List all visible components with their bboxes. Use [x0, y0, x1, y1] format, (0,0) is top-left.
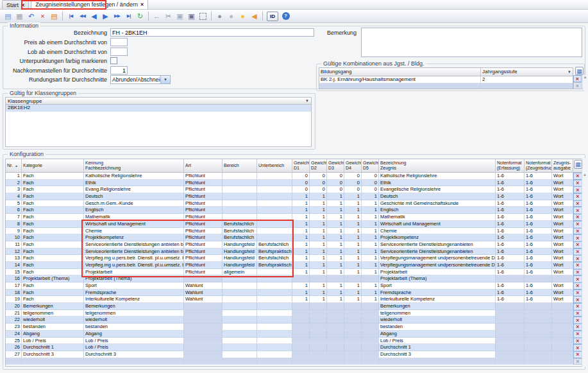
cell-unterbereich[interactable]	[257, 296, 292, 303]
cell-unterbereich[interactable]	[257, 207, 292, 214]
cell-art[interactable]: Pflichtunt	[184, 221, 223, 228]
cell-unterbereich[interactable]: Berufsfachlich	[257, 241, 292, 248]
cell-d4[interactable]: 1	[344, 255, 362, 262]
first-record-icon[interactable]: |◀	[65, 11, 76, 21]
cell-d1[interactable]: 1	[292, 234, 310, 241]
cell-d1[interactable]: 1	[292, 193, 310, 200]
cell-kategorie[interactable]: bestanden	[22, 324, 84, 331]
cell-art[interactable]: Pflichtunt	[184, 262, 223, 269]
cell-art[interactable]: Pflichtunt	[184, 180, 223, 187]
cell-ausgabe[interactable]: Wort	[552, 241, 573, 248]
lob-input[interactable]	[110, 48, 128, 56]
cell-bezeichnung[interactable]: wiederholt	[379, 317, 496, 324]
table-row[interactable]: 27Durchschnitt 3Durchschnitt 3Durchschni…	[6, 351, 587, 358]
cell-bezeichnung[interactable]: Mathematik	[379, 214, 496, 221]
cell-kategorie[interactable]: Fach	[22, 214, 84, 221]
cell-kennung[interactable]: Gesch.m.Gem.-Kunde	[84, 200, 184, 207]
cell-d4[interactable]: 1	[344, 207, 362, 214]
cell-d1[interactable]	[292, 344, 310, 351]
cell-bereich[interactable]	[223, 331, 257, 338]
cell-d1[interactable]: 1	[292, 228, 310, 235]
cell-nr[interactable]: 17	[6, 282, 22, 290]
cell-kennung[interactable]: Evang.Religionslehre	[84, 186, 184, 193]
cell-ausgabe[interactable]: Wort	[552, 282, 573, 290]
cell-nr[interactable]: 20	[6, 303, 22, 310]
bemerkung-textarea[interactable]	[361, 28, 582, 57]
cell-nf-zeugnisdruck[interactable]	[525, 344, 552, 351]
cell-kennung[interactable]: Abgang	[84, 331, 184, 338]
cell-kennung[interactable]: Chemie	[84, 228, 184, 235]
table-row[interactable]: 12FachServiceorientierte Dienstleistunge…	[6, 248, 587, 256]
cell-d1[interactable]	[292, 358, 310, 365]
column-header-d3[interactable]: Gewicht D3	[327, 159, 344, 172]
delete-row-button[interactable]: ×	[573, 214, 582, 221]
cell-unterbereich[interactable]	[257, 234, 292, 241]
cell-d3[interactable]	[327, 338, 344, 345]
cell-nf-zeugnisdruck[interactable]: 1-6	[525, 193, 552, 200]
cell-nf-zeugnisdruck[interactable]	[525, 338, 552, 345]
cell-d1[interactable]	[292, 338, 310, 345]
cell-kennung[interactable]: Verpfleg.mg u.pers.betr. Dienstl. pl.u.u…	[84, 255, 184, 262]
cell-d5[interactable]: 1	[362, 221, 379, 228]
cell-bezeichnung[interactable]: Sport	[379, 282, 496, 290]
chevron-down-icon[interactable]: ▼	[567, 69, 571, 75]
cell-kategorie[interactable]: Projektarbeit (Thema)	[22, 275, 84, 282]
cell-nr[interactable]: 14	[6, 262, 22, 269]
cell-d2[interactable]: 1	[310, 207, 327, 214]
delete-row-button[interactable]: ×	[573, 331, 582, 338]
cell-nr[interactable]: 1	[6, 173, 22, 180]
cell-bereich[interactable]	[223, 303, 257, 310]
cell-d2[interactable]: 1	[310, 221, 327, 228]
refresh-icon[interactable]: ↻	[135, 11, 146, 21]
cell-bereich[interactable]	[223, 282, 257, 290]
cell-bezeichnung[interactable]: bestanden	[379, 324, 496, 331]
delete-row-button[interactable]: ×	[573, 282, 582, 290]
cell-bereich[interactable]	[223, 207, 257, 214]
cell-ausgabe[interactable]	[552, 344, 573, 351]
cell-nf-erfassung[interactable]: 1-6	[496, 214, 525, 221]
delete-row-button[interactable]: ×	[573, 241, 582, 248]
cell-nr[interactable]: 9	[6, 228, 22, 235]
cell-kennung[interactable]: Verpfleg.mg u.pers.betr. Dienstl. pl.u.u…	[84, 262, 184, 269]
cell-ausgabe[interactable]: Wort	[552, 186, 573, 193]
cell-ausgabe[interactable]: Wort	[552, 214, 573, 221]
cell-bereich[interactable]	[223, 186, 257, 193]
cell-bezeichnung[interactable]: Abgang	[379, 331, 496, 338]
lock-icon[interactable]: ●	[214, 11, 225, 21]
cell-bereich[interactable]	[223, 296, 257, 303]
cell-nf-erfassung[interactable]: 1-6	[496, 207, 525, 214]
cell-nf-erfassung[interactable]: 1-6	[496, 269, 525, 276]
cell-bereich[interactable]	[223, 351, 257, 358]
select-icon[interactable]	[197, 11, 208, 21]
cell-bezeichnung[interactable]: Verpflegungsmanagement undpersonenbetreu…	[379, 255, 496, 262]
cell-kennung[interactable]: Mathematik	[84, 214, 184, 221]
table-row[interactable]: 24AbgangAbgangAbgang×	[6, 331, 587, 338]
cell-ausgabe[interactable]: Wort	[552, 248, 573, 256]
cell-d5[interactable]	[362, 275, 379, 282]
cell-ausgabe[interactable]	[552, 351, 573, 358]
cell-d2[interactable]: 1	[310, 234, 327, 241]
cell-nf-zeugnisdruck[interactable]: 1-6	[525, 255, 552, 262]
cell-nr[interactable]: 8	[6, 221, 22, 228]
cell-kategorie[interactable]: Fach	[22, 248, 84, 256]
cell-nf-erfassung[interactable]: 1-6	[496, 234, 525, 241]
cell-nr[interactable]: 3	[6, 186, 22, 193]
cell-nr[interactable]: 21	[6, 310, 22, 317]
close-tab-icon[interactable]: ×	[140, 2, 144, 7]
table-row[interactable]: 13FachVerpfleg.mg u.pers.betr. Dienstl. …	[6, 255, 587, 262]
cell-nr[interactable]: 15	[6, 269, 22, 276]
cell-jahrgangsstufe[interactable]	[481, 83, 573, 89]
cell-nf-erfassung[interactable]	[496, 338, 525, 345]
column-header-d2[interactable]: Gewicht D2	[310, 159, 327, 172]
cell-unterbereich[interactable]	[257, 228, 292, 235]
column-header-jahrgangsstufe[interactable]: Jahrgangsstufe▼	[481, 68, 573, 76]
cell-d3[interactable]: 1	[327, 214, 344, 221]
prior-page-icon[interactable]: ◀◀	[77, 11, 88, 21]
column-header-bereich[interactable]: Bereich	[223, 159, 257, 172]
cell-bezeichnung[interactable]: Durchschnitt 1	[379, 344, 496, 351]
cell-nf-zeugnisdruck[interactable]: 1-6	[525, 173, 552, 180]
table-row[interactable]: 18FachFremdspracheWahlunt11111Fremdsprac…	[6, 290, 587, 297]
delete-row-button[interactable]: ×	[573, 317, 582, 324]
cell-d3[interactable]: 1	[327, 269, 344, 276]
cell-kategorie[interactable]: teilgenommen	[22, 310, 84, 317]
